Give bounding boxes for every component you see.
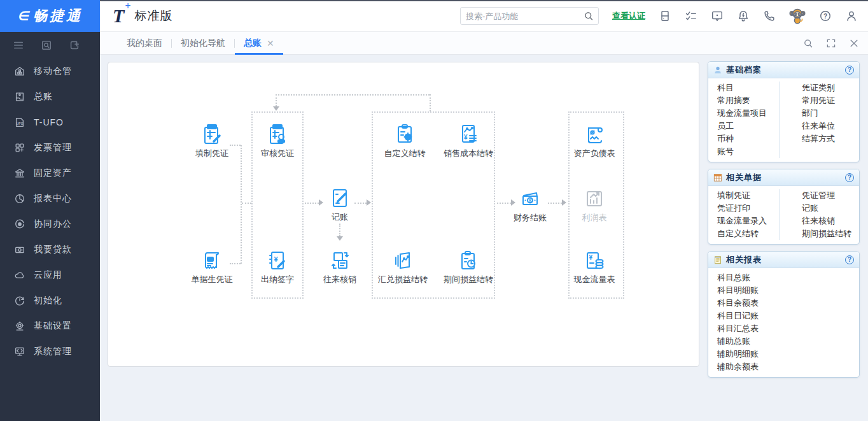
- app-window: ∈ 畅捷通 T+ 标准版 查看认证: [0, 0, 868, 421]
- connector: [242, 203, 251, 204]
- sidebar-item-cloud-apps[interactable]: 云应用: [0, 262, 100, 288]
- flow-node-label: 填制凭证: [195, 148, 228, 159]
- card-header: 相关报表 ?: [708, 252, 859, 268]
- panel-link[interactable]: 凭证管理: [793, 189, 859, 202]
- search-icon[interactable]: [584, 11, 594, 21]
- help-icon[interactable]: ?: [845, 255, 854, 264]
- sidebar-item-basic-settings[interactable]: 基础设置: [0, 313, 100, 339]
- tab-my-desktop[interactable]: 我的桌面: [118, 32, 171, 55]
- flow-node-audit-voucher[interactable]: 审核凭证: [239, 123, 316, 159]
- sidebar-item-invoice-management[interactable]: 发票管理: [0, 135, 100, 161]
- mascot-monkey-icon[interactable]: [789, 8, 806, 24]
- sidebar-item-general-ledger[interactable]: 总账: [0, 84, 100, 110]
- cloud-icon: [14, 269, 25, 281]
- flow-node-label: 汇兑损益结转: [378, 274, 428, 285]
- sidebar-item-mobile-warehouse[interactable]: 移动仓管: [0, 59, 100, 84]
- sidebar-search-icon[interactable]: [41, 39, 52, 51]
- sidebar-item-t-ufo[interactable]: UFO T-UFO: [0, 110, 100, 135]
- panel-link[interactable]: 期间损益结转: [793, 227, 859, 240]
- user-icon[interactable]: [845, 10, 858, 22]
- tab-general-ledger[interactable]: 总账 ✕: [235, 32, 283, 55]
- panel-link[interactable]: 账号: [708, 145, 779, 158]
- flow-node-label: 记账: [332, 211, 348, 223]
- card-title: 基础档案: [726, 64, 762, 76]
- panel-link[interactable]: 凭证打印: [708, 202, 779, 215]
- panel-link[interactable]: 常用凭证: [793, 94, 859, 107]
- flow-node-sales-cost-carryover[interactable]: ¥ 销售成本结转: [430, 123, 507, 159]
- card-body: 科目总账 科目明细账 科目余额表 科目日记账 科目汇总表 辅助总账 辅助明细账 …: [708, 268, 859, 377]
- panel-link[interactable]: 科目日记账: [708, 310, 859, 322]
- view-certification-link[interactable]: 查看认证: [612, 10, 645, 22]
- flow-node-doc-to-voucher[interactable]: 单据生凭证: [174, 249, 250, 285]
- flow-node-fill-voucher[interactable]: 填制凭证: [174, 123, 250, 159]
- notification-bell-icon[interactable]: [737, 10, 750, 22]
- flowchart-canvas: 填制凭证 审核凭证 自定义结转: [108, 62, 699, 367]
- panel-link[interactable]: 科目: [708, 82, 779, 94]
- sidebar-item-collaboration[interactable]: 协同办公: [0, 211, 100, 237]
- panel-link[interactable]: 科目明细账: [708, 284, 859, 297]
- card-title: 相关报表: [726, 254, 762, 266]
- panel-link[interactable]: 科目余额表: [708, 297, 859, 310]
- window-top-edge: [100, 0, 868, 1]
- panel-link[interactable]: 往来单位: [793, 120, 859, 132]
- flow-node-balance-sheet[interactable]: 资产负债表: [556, 123, 633, 159]
- panel-link[interactable]: 往来核销: [793, 215, 859, 227]
- help-icon[interactable]: ?: [845, 173, 854, 182]
- panel-link[interactable]: 记账: [793, 202, 859, 215]
- search-input[interactable]: [461, 11, 584, 21]
- panel-link[interactable]: 现金流量项目: [708, 107, 779, 120]
- column-divider: [779, 82, 780, 158]
- flow-node-label: 现金流量表: [574, 274, 615, 285]
- close-icon[interactable]: [849, 38, 859, 48]
- panel-link[interactable]: 辅助明细账: [708, 348, 859, 360]
- panel-link[interactable]: 员工: [708, 120, 779, 132]
- help-icon[interactable]: ?: [819, 10, 832, 22]
- flow-node-bookkeeping[interactable]: 记账: [302, 187, 378, 223]
- panel-link[interactable]: 辅助余额表: [708, 360, 859, 373]
- sidebar-item-initialization[interactable]: 初始化: [0, 288, 100, 313]
- panel-link[interactable]: 科目汇总表: [708, 322, 859, 335]
- sidebar-item-label: 固定资产: [34, 168, 72, 179]
- panel-link[interactable]: 辅助总账: [708, 335, 859, 348]
- page-search-icon[interactable]: [803, 38, 813, 48]
- sidebar-item-fixed-assets[interactable]: 固定资产: [0, 161, 100, 186]
- fullscreen-icon[interactable]: [826, 38, 836, 48]
- tab-close-icon[interactable]: ✕: [267, 38, 274, 48]
- phone-icon[interactable]: [763, 10, 776, 22]
- flow-node-label: 资产负债表: [574, 148, 615, 159]
- svg-text:?: ?: [823, 13, 827, 20]
- tab-init-navigation[interactable]: 初始化导航: [172, 32, 234, 55]
- flow-node-cash-flow-statement[interactable]: ¥ 现金流量表: [556, 249, 633, 285]
- product-search[interactable]: [460, 7, 599, 25]
- product-title: T+ 标准版: [113, 0, 172, 32]
- help-icon[interactable]: ?: [845, 66, 854, 75]
- sidebar-item-label: 初始化: [34, 295, 62, 306]
- brand-name: 畅捷通: [33, 6, 83, 25]
- new-window-icon[interactable]: [69, 39, 80, 51]
- menu-toggle-icon[interactable]: [13, 39, 24, 51]
- flow-node-exchange-pl-carryover[interactable]: 汇兑损益结转: [365, 249, 441, 285]
- sidebar-item-label: 总账: [34, 91, 53, 103]
- flow-node-period-pl-carryover[interactable]: 期间损益结转: [430, 249, 507, 285]
- init-icon: [14, 295, 25, 306]
- panel-link[interactable]: 结算方式: [793, 132, 859, 145]
- card-related-documents: 相关单据 ? 填制凭证 凭证打印 现金流量录入 自定义结转 凭证管理 记账 往来…: [708, 169, 860, 245]
- sidebar-item-label: 报表中心: [34, 193, 72, 204]
- sidebar-item-report-center[interactable]: 报表中心: [0, 186, 100, 211]
- banknotes-icon: $: [519, 187, 542, 210]
- panel-link[interactable]: 部门: [793, 107, 859, 120]
- panel-link[interactable]: 科目总账: [708, 271, 859, 284]
- panel-link[interactable]: 凭证类别: [793, 82, 859, 94]
- panel-link[interactable]: 填制凭证: [708, 189, 779, 202]
- card-body: 填制凭证 凭证打印 现金流量录入 自定义结转 凭证管理 记账 往来核销 期间损益…: [708, 186, 859, 244]
- sidebar-item-loan[interactable]: 我要贷款: [0, 237, 100, 262]
- checklist-icon[interactable]: [685, 10, 697, 22]
- device-icon[interactable]: [659, 10, 671, 22]
- panel-link[interactable]: 币种: [708, 132, 779, 145]
- panel-link[interactable]: 常用摘要: [708, 94, 779, 107]
- notepad-icon: [713, 255, 722, 264]
- panel-link[interactable]: 自定义结转: [708, 227, 779, 240]
- sidebar-item-system-management[interactable]: 系统管理: [0, 339, 100, 364]
- panel-link[interactable]: 现金流量录入: [708, 215, 779, 227]
- message-icon[interactable]: [711, 10, 724, 22]
